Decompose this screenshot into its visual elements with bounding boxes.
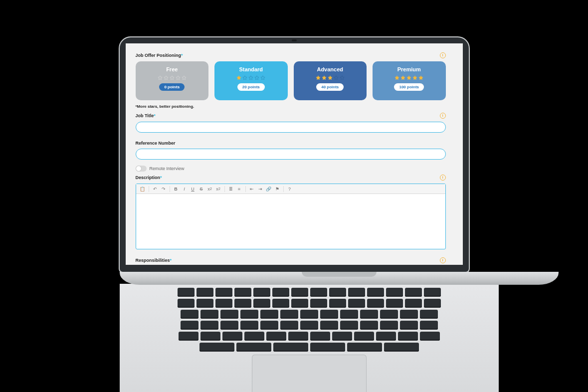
tier-points-pill: 20 points [237,83,265,91]
tier-points-pill: 100 points [394,83,424,91]
star-filled-icon [394,75,399,80]
star-filled-icon [236,75,241,80]
info-icon[interactable]: i [440,175,446,181]
description-label: Description [136,175,161,180]
link-icon[interactable]: 🔗 [265,186,272,193]
info-icon[interactable]: i [440,52,446,58]
remote-interview-toggle[interactable] [136,166,147,172]
indent-icon[interactable]: ⇥ [257,186,264,193]
help-icon[interactable]: ? [286,186,293,193]
star-filled-icon [412,75,417,80]
info-icon[interactable]: i [440,257,446,263]
star-empty-icon [158,75,163,80]
job-form: Job Offer Positioning* i Free0 pointsSta… [126,43,463,265]
bold-button[interactable]: B [173,186,180,193]
star-empty-icon [334,75,339,80]
star-filled-icon [316,75,321,80]
star-empty-icon [340,75,345,80]
tier-name: Premium [397,66,421,72]
description-editor: 📋 ↶ ↷ B I U S x2 x2 ≣ [136,184,446,249]
job-title-input[interactable] [136,122,446,133]
description-textarea[interactable] [136,194,445,249]
reference-label: Reference Number [136,141,176,146]
tier-points-pill: 40 points [316,83,344,91]
tier-points-pill: 0 points [159,83,185,91]
underline-button[interactable]: U [190,186,196,193]
tier-card-advanced[interactable]: Advanced40 points [294,61,367,100]
editor-toolbar: 📋 ↶ ↷ B I U S x2 x2 ≣ [136,184,445,194]
remote-interview-label: Remote Interview [150,166,185,171]
star-filled-icon [418,75,423,80]
star-empty-icon [248,75,253,80]
tier-name: Advanced [317,66,343,72]
tier-name: Standard [239,66,263,72]
tier-name: Free [166,66,178,72]
star-empty-icon [164,75,169,80]
star-empty-icon [170,75,175,80]
star-filled-icon [400,75,405,80]
list-ul-icon[interactable]: ≡ [236,186,243,193]
star-rating [158,75,187,80]
paste-icon[interactable]: 📋 [139,186,146,193]
star-empty-icon [260,75,265,80]
tier-cards: Free0 pointsStandard20 pointsAdvanced40 … [136,61,446,100]
italic-button[interactable]: I [181,186,188,193]
trackpad [252,355,367,392]
required-marker: * [160,175,162,180]
star-rating [316,75,345,80]
star-empty-icon [182,75,187,80]
star-empty-icon [254,75,259,80]
job-title-label: Job Title [136,113,154,118]
star-filled-icon [328,75,333,80]
superscript-button[interactable]: x2 [215,186,222,193]
star-filled-icon [406,75,411,80]
redo-icon[interactable]: ↷ [160,186,167,193]
subscript-button[interactable]: x2 [206,186,213,193]
undo-icon[interactable]: ↶ [152,186,159,193]
tier-card-premium[interactable]: Premium100 points [373,61,446,100]
star-filled-icon [322,75,327,80]
list-ol-icon[interactable]: ≣ [227,186,234,193]
required-marker: * [170,258,172,263]
required-marker: * [154,113,156,118]
responsibilities-label: Responsibilities [136,258,170,263]
strike-button[interactable]: S [198,186,205,193]
star-empty-icon [242,75,247,80]
outdent-icon[interactable]: ⇤ [248,186,255,193]
star-empty-icon [176,75,181,80]
positioning-hint: *More stars, better positioning. [136,104,446,109]
required-marker: * [181,53,183,58]
reference-number-input[interactable] [136,149,446,160]
flag-icon[interactable]: ⚑ [274,186,281,193]
positioning-label: Job Offer Positioning [136,53,182,58]
tier-card-standard[interactable]: Standard20 points [214,61,288,100]
star-rating [236,75,265,80]
star-rating [394,75,423,80]
info-icon[interactable]: i [440,113,446,119]
tier-card-free[interactable]: Free0 points [136,61,209,100]
